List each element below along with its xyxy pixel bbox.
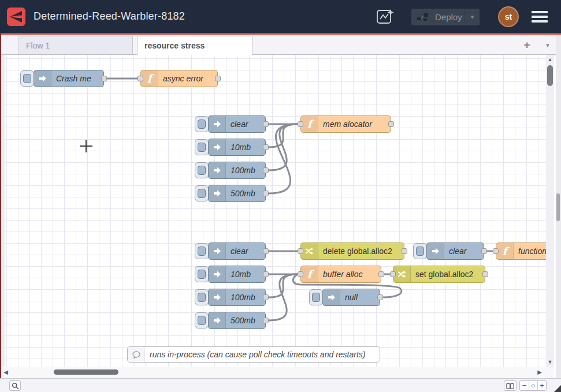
scroll-down-icon[interactable]: ▼ (546, 357, 554, 367)
output-port[interactable] (378, 271, 384, 277)
scroll-left-icon[interactable]: ◀ (1, 367, 10, 378)
inject-button[interactable] (309, 289, 323, 305)
comment-node[interactable]: runs in-process (can cause poll check ti… (127, 346, 380, 363)
inject-node[interactable]: clear (208, 115, 266, 133)
inject-button-inner (198, 247, 206, 256)
function-node[interactable]: fasync error (140, 70, 218, 87)
ai-assistant-icon[interactable] (376, 8, 395, 28)
flow-canvas[interactable]: Crash mefasync errorclear10mb100mb500mbf… (5, 55, 546, 367)
flowfuse-logo-icon[interactable] (7, 8, 25, 26)
inject-icon (209, 139, 226, 155)
node-label: delete global.alloc2 (323, 243, 392, 259)
output-port[interactable] (215, 76, 221, 81)
inject-button-inner (198, 166, 206, 175)
main-menu-icon[interactable] (532, 11, 548, 23)
inject-button[interactable] (195, 139, 209, 155)
horizontal-scroll-thumb[interactable] (54, 369, 118, 375)
search-button[interactable] (9, 380, 21, 391)
zoom-in-button[interactable]: + (537, 381, 546, 390)
output-port[interactable] (263, 191, 269, 196)
inject-button[interactable] (195, 185, 209, 201)
inject-button[interactable] (413, 243, 427, 259)
change-node[interactable]: set global.alloc2 (393, 266, 485, 283)
output-port[interactable] (263, 144, 269, 150)
inject-node[interactable]: clear (426, 242, 484, 260)
deploy-icon (417, 13, 429, 22)
user-avatar[interactable]: st (498, 6, 519, 27)
vertical-scroll-thumb[interactable] (547, 65, 553, 86)
input-port[interactable] (298, 248, 303, 254)
output-port[interactable] (263, 318, 269, 323)
output-port[interactable] (263, 271, 269, 277)
node-label: function (518, 243, 546, 259)
zoom-out-button[interactable]: − (520, 381, 529, 390)
inject-button[interactable] (195, 266, 209, 282)
window-resize-grip[interactable] (554, 385, 561, 392)
inject-button-inner (312, 293, 320, 302)
scroll-up-icon[interactable]: ▲ (546, 55, 554, 64)
inject-icon (323, 289, 340, 305)
output-port[interactable] (263, 248, 269, 254)
add-flow-button[interactable]: + (520, 38, 534, 52)
tab-resource-stress[interactable]: resource stress (137, 36, 252, 55)
output-port[interactable] (263, 167, 269, 173)
crosshair-cursor (80, 140, 92, 152)
node-label: clear (449, 243, 466, 259)
inject-node[interactable]: 500mb (208, 185, 266, 202)
browser-scroll-thumb[interactable] (556, 193, 560, 221)
output-port[interactable] (263, 294, 269, 300)
input-port[interactable] (138, 76, 143, 81)
canvas-horizontal-scrollbar[interactable]: ◀ ▶ (1, 367, 554, 378)
inject-node[interactable]: Crash me (34, 70, 104, 87)
input-port[interactable] (390, 271, 396, 277)
inject-icon (209, 185, 226, 201)
change-node[interactable]: delete global.alloc2 (300, 242, 404, 260)
input-port[interactable] (493, 248, 499, 254)
instance-title: Determined-Reed-Warbler-8182 (34, 0, 185, 33)
input-port[interactable] (298, 121, 303, 127)
input-port[interactable] (298, 271, 303, 277)
inject-node[interactable]: clear (208, 242, 266, 260)
output-port[interactable] (402, 248, 407, 254)
output-port[interactable] (481, 248, 487, 254)
zoom-reset-button[interactable]: ○ (529, 381, 537, 390)
inject-button[interactable] (195, 162, 209, 178)
inject-node[interactable]: 100mb (208, 289, 266, 306)
inject-button[interactable] (195, 116, 209, 132)
node-label: async error (163, 70, 203, 87)
inject-button[interactable] (195, 312, 209, 328)
function-icon: f (496, 243, 514, 259)
function-node[interactable]: ffunction (496, 242, 546, 260)
scroll-right-icon[interactable]: ▶ (535, 367, 544, 378)
output-port[interactable] (263, 121, 269, 127)
inject-button[interactable] (195, 289, 209, 305)
inject-button-inner (198, 293, 206, 302)
inject-icon (209, 116, 226, 132)
inject-node[interactable]: 10mb (208, 266, 266, 283)
inject-button[interactable] (20, 70, 34, 87)
flow-list-caret-icon[interactable]: ▾ (542, 38, 553, 52)
deploy-options-caret-icon[interactable]: ▾ (465, 9, 480, 25)
output-port[interactable] (388, 121, 394, 127)
search-icon (12, 382, 19, 390)
inject-button-inner (416, 247, 424, 256)
node-label: null (345, 289, 358, 305)
inject-node[interactable]: null (322, 289, 380, 306)
inject-node[interactable]: 100mb (208, 162, 266, 179)
function-node[interactable]: fmem alocator (300, 115, 391, 133)
inject-button[interactable] (195, 243, 209, 259)
output-port[interactable] (101, 76, 107, 81)
inject-button-inner (198, 270, 206, 279)
browser-scrollbar[interactable] (556, 35, 561, 392)
wires-layer (5, 55, 546, 367)
canvas-vertical-scrollbar[interactable]: ▲ ▼ (546, 55, 554, 367)
tab-flow-1[interactable]: Flow 1 (18, 36, 133, 54)
change-icon (393, 266, 411, 282)
output-port[interactable] (482, 271, 488, 277)
output-port[interactable] (377, 294, 383, 300)
navigator-toggle-button[interactable] (504, 380, 517, 391)
inject-node[interactable]: 10mb (208, 139, 266, 156)
deploy-button[interactable]: Deploy ▾ (411, 9, 480, 25)
function-node[interactable]: fbuffer alloc (300, 266, 381, 283)
inject-node[interactable]: 500mb (208, 312, 266, 329)
